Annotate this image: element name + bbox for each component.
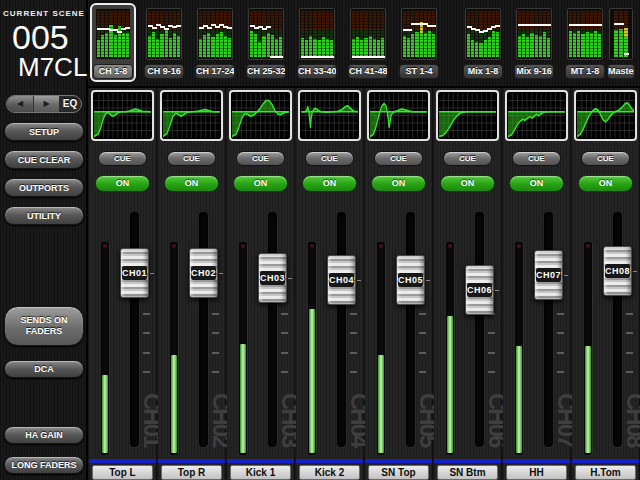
- stagemix-app: CURRENT SCENE 005 M7CL ◀ ▶ EQ SETUP CUE …: [0, 0, 640, 480]
- cue-button[interactable]: CUE: [305, 151, 354, 166]
- channel-name[interactable]: Kick 1: [230, 465, 291, 480]
- eq-curve-graph: [577, 93, 634, 138]
- fader-knob[interactable]: CH07: [534, 250, 563, 300]
- bank-tab-ch-33-40[interactable]: CH 33-40: [294, 3, 340, 82]
- fader-knob[interactable]: CH03: [258, 253, 287, 303]
- cue-button[interactable]: CUE: [98, 151, 147, 166]
- setup-button[interactable]: SETUP: [4, 122, 84, 141]
- cue-button[interactable]: CUE: [374, 151, 423, 166]
- bank-tab-master[interactable]: Master: [604, 3, 638, 82]
- bank-right-button[interactable]: ▶: [33, 96, 59, 112]
- meter-bar-lit: [352, 39, 355, 57]
- eq-curve-thumbnail[interactable]: [298, 90, 361, 141]
- channel-color-bar: [434, 459, 501, 463]
- dca-button[interactable]: DCA: [4, 360, 84, 378]
- fader-position-dash: [125, 27, 130, 29]
- channel-on-button[interactable]: ON: [440, 175, 495, 192]
- fader-position-dash: [164, 28, 169, 30]
- meter-bar-lit: [590, 33, 593, 57]
- fader-knob[interactable]: CH02: [189, 248, 218, 298]
- long-faders-button[interactable]: LONG FADERS: [4, 456, 84, 474]
- bank-tab-ch-1-8[interactable]: CH 1-8: [90, 3, 136, 82]
- fader-track[interactable]: [337, 212, 346, 447]
- eq-curve-thumbnail[interactable]: [436, 90, 499, 141]
- cue-button[interactable]: CUE: [167, 151, 216, 166]
- bank-meter: [95, 8, 131, 60]
- cue-button[interactable]: CUE: [512, 151, 561, 166]
- bank-tab-mix-9-16[interactable]: Mix 9-16: [511, 3, 557, 82]
- cue-button[interactable]: CUE: [443, 151, 492, 166]
- meter-bar-lit: [97, 40, 100, 57]
- cue-clear-button[interactable]: CUE CLEAR: [4, 150, 84, 169]
- fader-scale-tick: [419, 313, 426, 315]
- bank-tab-ch-9-16[interactable]: CH 9-16: [141, 3, 187, 82]
- eq-curve-thumbnail[interactable]: [574, 90, 637, 141]
- bank-left-button[interactable]: ◀: [7, 96, 33, 112]
- meter-bar-lit: [177, 36, 180, 57]
- channel-on-button[interactable]: ON: [509, 175, 564, 192]
- fader-position-dash: [407, 29, 412, 31]
- channel-on-button[interactable]: ON: [371, 175, 426, 192]
- eq-curve-thumbnail[interactable]: [505, 90, 568, 141]
- eq-curve-thumbnail[interactable]: [367, 90, 430, 141]
- meter-bar: [220, 11, 223, 57]
- eq-curve-thumbnail[interactable]: [160, 90, 223, 141]
- channel-name[interactable]: Top R: [161, 465, 222, 480]
- fader-scale-tick: [557, 352, 564, 354]
- eq-curve-thumbnail[interactable]: [229, 90, 292, 141]
- fader-knob[interactable]: CH01: [120, 248, 149, 298]
- bank-tab-ch-25-32[interactable]: CH 25-32: [243, 3, 289, 82]
- cue-button[interactable]: CUE: [581, 151, 630, 166]
- sends-on-faders-button[interactable]: SENDS ON FADERS: [4, 306, 84, 346]
- bank-tab-label: MT 1-8: [565, 64, 605, 79]
- eq-curve-thumbnail[interactable]: [91, 90, 154, 141]
- bank-tab-mix-1-8[interactable]: Mix 1-8: [460, 3, 506, 82]
- channel-on-button[interactable]: ON: [302, 175, 357, 192]
- fader-knob[interactable]: CH08: [603, 246, 632, 296]
- channel-name[interactable]: Top L: [92, 465, 153, 480]
- meter-bar: [211, 11, 214, 57]
- channel-name[interactable]: SN Top: [368, 465, 429, 480]
- bank-tab-mt-1-8[interactable]: MT 1-8: [562, 3, 608, 82]
- fader-track[interactable]: [268, 212, 277, 447]
- meter-bar-lit: [275, 39, 278, 57]
- channel-on-button[interactable]: ON: [164, 175, 219, 192]
- bank-tab-ch-41-48[interactable]: CH 41-48: [345, 3, 391, 82]
- peak-indicator: [310, 244, 314, 248]
- current-scene-display[interactable]: CURRENT SCENE 005 M7CL: [0, 0, 88, 86]
- fader-knob[interactable]: CH05: [396, 255, 425, 305]
- bank-meter: [299, 8, 335, 60]
- fader-track[interactable]: [544, 212, 553, 447]
- bank-tab-ch-17-24[interactable]: CH 17-24: [192, 3, 238, 82]
- channel-name[interactable]: H.Tom: [575, 465, 636, 480]
- meter-bar-lit: [364, 38, 367, 57]
- meter-bar: [614, 11, 618, 57]
- channel-strip-ch06: CUEONCH06CH06SN Btm: [434, 88, 501, 480]
- channel-name[interactable]: HH: [506, 465, 567, 480]
- meter-bar-lit: [407, 38, 410, 57]
- outports-button[interactable]: OUTPORTS: [4, 178, 84, 197]
- meter-bar: [547, 11, 550, 57]
- meter-bar: [428, 11, 431, 57]
- channel-name[interactable]: SN Btm: [437, 465, 498, 480]
- channel-on-button[interactable]: ON: [578, 175, 633, 192]
- ha-gain-button[interactable]: HA GAIN: [4, 426, 84, 444]
- channel-on-button[interactable]: ON: [95, 175, 150, 192]
- channel-on-button[interactable]: ON: [233, 175, 288, 192]
- fader-knob[interactable]: CH04: [327, 255, 356, 305]
- utility-button[interactable]: UTILITY: [4, 206, 84, 225]
- meter-bar-lit: [258, 42, 261, 57]
- bank-tab-st-1-4[interactable]: ST 1-4: [396, 3, 442, 82]
- fader-knob-label: CH04: [329, 273, 354, 287]
- meter-bar: [156, 11, 159, 57]
- meter-bar: [326, 11, 329, 57]
- meter-bar: [309, 11, 312, 57]
- channel-name[interactable]: Kick 2: [299, 465, 360, 480]
- bank-meter: [401, 8, 437, 60]
- fader-track[interactable]: [406, 212, 415, 447]
- fader-track[interactable]: [475, 212, 484, 447]
- fader-scale-tick: [212, 332, 219, 334]
- cue-button[interactable]: CUE: [236, 151, 285, 166]
- fader-position-dash: [546, 24, 551, 26]
- fader-knob[interactable]: CH06: [465, 265, 494, 315]
